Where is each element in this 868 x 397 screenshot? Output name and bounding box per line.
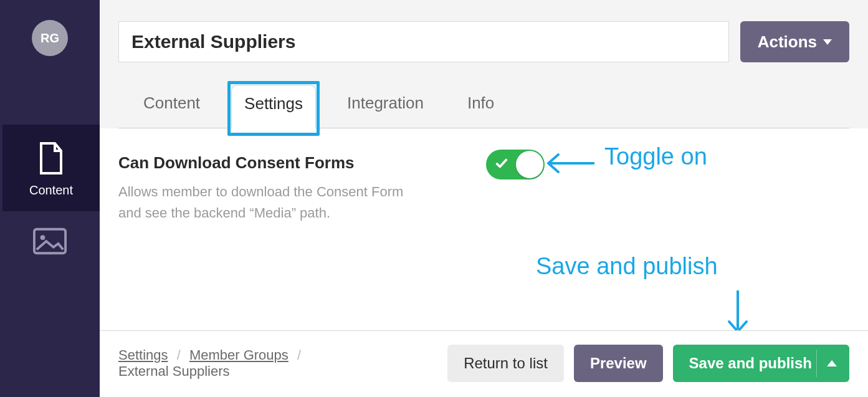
tab-settings[interactable]: Settings xyxy=(231,85,316,128)
breadcrumb-separator: / xyxy=(297,347,301,363)
toggle-consent-forms[interactable] xyxy=(486,150,545,179)
avatar[interactable]: RG xyxy=(32,20,68,56)
image-icon xyxy=(33,227,67,255)
sidebar-item-label: Content xyxy=(29,183,73,198)
footer: Settings / Member Groups / External Supp… xyxy=(100,330,868,397)
check-icon xyxy=(495,156,508,173)
tab-underline xyxy=(118,128,849,128)
actions-button-label: Actions xyxy=(758,32,817,52)
tab-label: Content xyxy=(143,93,200,112)
tab-content[interactable]: Content xyxy=(131,85,212,128)
toggle-knob xyxy=(516,151,543,178)
tab-label: Info xyxy=(467,93,494,112)
header-area: Actions Content Settings Integration Inf… xyxy=(100,0,868,128)
breadcrumb-separator: / xyxy=(177,347,181,363)
breadcrumb-link-member-groups[interactable]: Member Groups xyxy=(189,347,289,363)
button-label: Save and publish xyxy=(689,355,812,372)
breadcrumb: Settings / Member Groups / External Supp… xyxy=(118,347,306,380)
preview-button[interactable]: Preview xyxy=(574,345,663,382)
settings-panel: Can Download Consent Forms Allows member… xyxy=(100,128,868,330)
tab-label: Settings xyxy=(244,94,303,113)
setting-description: Allows member to download the Consent Fo… xyxy=(118,181,411,224)
breadcrumb-current: External Suppliers xyxy=(118,363,230,379)
avatar-initials: RG xyxy=(41,31,59,45)
footer-actions: Return to list Preview Save and publish xyxy=(447,345,849,382)
button-label: Preview xyxy=(590,355,647,372)
return-to-list-button[interactable]: Return to list xyxy=(447,345,564,382)
chevron-down-icon xyxy=(823,39,832,45)
actions-button[interactable]: Actions xyxy=(740,21,849,62)
setting-title: Can Download Consent Forms xyxy=(118,153,411,173)
sidebar: RG Content xyxy=(0,0,100,397)
annotation-save-label: Save and publish xyxy=(536,253,718,280)
svg-point-1 xyxy=(41,235,45,240)
page-title-input[interactable] xyxy=(118,21,729,62)
tab-integration[interactable]: Integration xyxy=(335,85,436,128)
chevron-up-icon xyxy=(827,360,837,366)
breadcrumb-link-settings[interactable]: Settings xyxy=(118,347,168,363)
svg-rect-0 xyxy=(34,229,65,254)
tab-info[interactable]: Info xyxy=(455,85,507,128)
setting-row-consent-forms: Can Download Consent Forms Allows member… xyxy=(118,153,849,224)
document-icon xyxy=(36,141,66,176)
button-label: Return to list xyxy=(464,355,548,372)
sidebar-item-media[interactable] xyxy=(0,211,100,269)
button-divider xyxy=(816,350,817,377)
sidebar-item-content[interactable]: Content xyxy=(0,125,100,211)
tab-bar: Content Settings Integration Info xyxy=(118,85,849,128)
main: Actions Content Settings Integration Inf… xyxy=(100,0,868,397)
tab-label: Integration xyxy=(347,93,424,112)
save-and-publish-button[interactable]: Save and publish xyxy=(673,345,849,382)
